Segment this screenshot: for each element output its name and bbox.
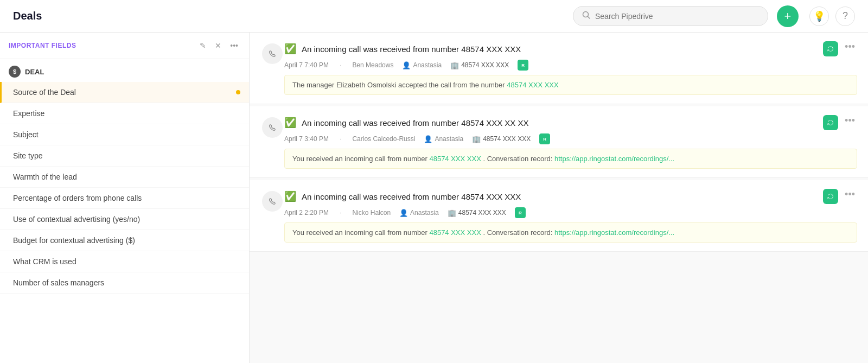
activity-header-row: ✅ An incoming call was received from num…	[284, 115, 857, 130]
activity-header-row: ✅ An incoming call was received from num…	[284, 41, 857, 56]
note-number: 48574 XXX XXX	[429, 155, 481, 163]
add-button[interactable]: +	[777, 5, 799, 27]
activity-title: ✅ An incoming call was received from num…	[284, 41, 843, 56]
phone-number: 48574 XXX XXX	[483, 135, 531, 143]
main-layout: IMPORTANT FIELDS ✎ ✕ ••• $ DEAL Source o…	[0, 33, 868, 363]
more-button[interactable]: •••	[228, 40, 240, 51]
note-manager-name: Elizabeth Osmolski	[336, 81, 397, 89]
manager-name: Anastasia	[435, 135, 463, 143]
sidebar-field-item[interactable]: Expertise	[0, 103, 249, 124]
meta-phone: 🏢 48574 XXX XXX	[450, 61, 509, 69]
activities-container: ✅ An incoming call was received from num…	[250, 33, 868, 252]
sidebar-section-title: IMPORTANT FIELDS	[9, 42, 76, 49]
check-circle-icon: ✅	[284, 43, 296, 55]
sidebar-field-item[interactable]: Number of sales managers	[0, 272, 249, 294]
sidebar-fields: Source of the DealExpertiseSubjectSite t…	[0, 82, 249, 294]
ringostat-icon	[823, 115, 838, 130]
activity-meta: April 7 3:40 PM · Carlos Caicedo-Russi 👤…	[284, 133, 857, 144]
note-middle: . Conversation record:	[483, 155, 554, 163]
more-options-button[interactable]: •••	[843, 189, 857, 200]
activity-entry: ✅ An incoming call was received from num…	[250, 33, 868, 104]
activity-feed: ✅ An incoming call was received from num…	[250, 33, 868, 363]
person-icon: 👤	[424, 135, 432, 143]
manager-name: Anastasia	[413, 61, 442, 69]
note-middle: accepted the call from the number	[398, 81, 507, 89]
ringostat-small-icon: R	[518, 60, 528, 71]
phone-circle-icon	[262, 43, 283, 64]
sidebar-field-item[interactable]: Warmth of the lead	[0, 167, 249, 188]
activity-date: April 2 2:20 PM	[284, 209, 329, 216]
note-number: 48574 XXX XXX	[429, 228, 481, 237]
sidebar-field-item[interactable]: Use of contextual advertising (yes/no)	[0, 209, 249, 230]
header-icons: 💡 ?	[809, 7, 855, 26]
activity-content: ✅ An incoming call was received from num…	[284, 115, 857, 169]
note-middle: . Conversation record:	[483, 228, 554, 237]
note-prefix: You received an incoming call from numbe…	[292, 155, 429, 163]
activity-note: You received an incoming call from numbe…	[284, 222, 857, 243]
note-link[interactable]: https://app.ringostat.com/recordings/...	[554, 228, 674, 237]
activity-icon-col	[260, 189, 284, 243]
field-dot	[236, 90, 240, 94]
sidebar-field-item[interactable]: Subject	[0, 124, 249, 145]
activity-meta: April 2 2:20 PM · Nicko Halcon 👤 Anastas…	[284, 207, 857, 218]
note-prefix: The manager	[292, 81, 336, 89]
person-icon: 👤	[399, 209, 408, 217]
sidebar-field-item[interactable]: Site type	[0, 145, 249, 167]
sidebar-header-actions: ✎ ✕ •••	[197, 40, 240, 51]
sidebar: IMPORTANT FIELDS ✎ ✕ ••• $ DEAL Source o…	[0, 33, 250, 363]
note-number: 48574 XXX XXX	[507, 81, 558, 89]
sidebar-field-item[interactable]: What CRM is used	[0, 251, 249, 272]
activity-note: You received an incoming call from numbe…	[284, 149, 857, 169]
search-input[interactable]	[595, 12, 759, 21]
ringostat-icon	[823, 189, 838, 204]
sidebar-section-header: IMPORTANT FIELDS ✎ ✕ •••	[0, 33, 249, 59]
building-icon: 🏢	[450, 61, 459, 69]
person-icon: 👤	[402, 61, 411, 69]
search-bar	[573, 6, 768, 26]
check-circle-icon: ✅	[284, 117, 296, 129]
activity-icon-col	[260, 115, 284, 169]
meta-manager: 👤 Anastasia	[424, 135, 463, 143]
phone-number: 48574 XXX XXX	[458, 209, 506, 216]
dot-separator: ·	[340, 209, 341, 216]
sidebar-field-item[interactable]: Percentage of orders from phone calls	[0, 188, 249, 209]
activity-title: ✅ An incoming call was received from num…	[284, 115, 843, 130]
ringostat-small-icon: R	[539, 133, 550, 144]
search-icon	[582, 11, 591, 21]
activity-note: The manager Elizabeth Osmolski accepted …	[284, 75, 857, 95]
help-button[interactable]: ?	[835, 7, 855, 26]
activity-title: ✅ An incoming call was received from num…	[284, 189, 843, 204]
sidebar-field-item[interactable]: Source of the Deal	[0, 82, 249, 103]
ringostat-icon	[823, 41, 838, 56]
phone-circle-icon	[262, 117, 283, 138]
edit-button[interactable]: ✎	[197, 40, 208, 51]
manager-name: Anastasia	[410, 209, 439, 216]
deal-group-label: $ DEAL	[0, 59, 249, 82]
dot-separator: ·	[340, 135, 341, 143]
activity-meta: April 7 7:40 PM · Ben Meadows 👤 Anastasi…	[284, 60, 857, 71]
sidebar-field-item[interactable]: Budget for contextual advertising ($)	[0, 230, 249, 251]
meta-phone: 🏢 48574 XXX XXX	[448, 209, 506, 217]
app-header: Deals + 💡 ?	[0, 0, 868, 33]
activity-person: Ben Meadows	[352, 61, 393, 69]
dot-separator: ·	[340, 61, 341, 69]
more-options-button[interactable]: •••	[843, 115, 857, 126]
note-link[interactable]: https://app.ringostat.com/recordings/...	[554, 155, 674, 163]
phone-circle-icon	[262, 191, 283, 212]
activity-title-text: An incoming call was received from numbe…	[302, 44, 521, 54]
phone-number: 48574 XXX XXX	[461, 61, 509, 69]
building-icon: 🏢	[472, 135, 481, 143]
activity-title-text: An incoming call was received from numbe…	[302, 118, 529, 128]
more-options-button[interactable]: •••	[843, 41, 857, 53]
meta-phone: 🏢 48574 XXX XXX	[472, 135, 531, 143]
bulb-button[interactable]: 💡	[809, 7, 829, 26]
activity-content: ✅ An incoming call was received from num…	[284, 41, 857, 95]
check-circle-icon: ✅	[284, 190, 296, 202]
deal-icon: $	[9, 66, 21, 78]
activity-person: Carlos Caicedo-Russi	[352, 135, 415, 143]
ringostat-small-icon: R	[515, 207, 526, 218]
note-prefix: You received an incoming call from numbe…	[292, 228, 429, 237]
activity-icon-col	[260, 41, 284, 95]
app-title: Deals	[13, 10, 42, 22]
close-button[interactable]: ✕	[213, 40, 224, 51]
